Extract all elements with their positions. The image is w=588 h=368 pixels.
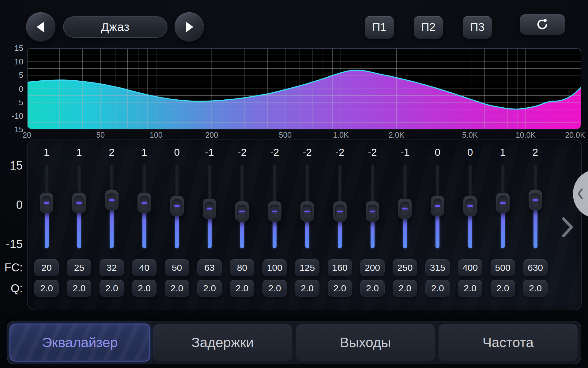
band-fc-chip[interactable]: 25 (67, 259, 91, 276)
band-gain-value: -1 (389, 146, 421, 159)
band-q-chip[interactable]: 2.0 (426, 280, 450, 297)
graph-x-tick: 20.0K (555, 131, 588, 139)
eq-band-slider-thumb[interactable] (170, 196, 184, 216)
slider-thumb-dash (44, 202, 49, 204)
eq-band-slider-thumb[interactable] (398, 199, 412, 219)
band-gain-value: 1 (487, 146, 519, 159)
slider-thumb-dash (239, 211, 245, 212)
band-q-chip[interactable]: 2.0 (328, 280, 352, 297)
eq-response-graph (27, 48, 581, 129)
eq-band-slider-thumb[interactable] (333, 201, 347, 222)
chevron-right-icon (561, 217, 575, 237)
eq-band-slider-thumb[interactable] (40, 193, 53, 213)
band-fc-chip[interactable]: 500 (491, 259, 515, 276)
graph-y-tick: 15 (0, 44, 23, 53)
band-q-chip[interactable]: 2.0 (393, 280, 417, 297)
equalizer-screen: Джаз П1П2П3 151050-5-10-15 2050100200500… (0, 0, 588, 368)
band-q-chip[interactable]: 2.0 (491, 280, 515, 297)
tab-equalizer[interactable]: Эквалайзер (10, 324, 149, 361)
band-fc-chip[interactable]: 100 (263, 259, 287, 276)
band-fc-chip[interactable]: 400 (458, 259, 482, 276)
preset-memory-button-2[interactable]: П2 (414, 16, 443, 39)
band-gain-value: 1 (63, 146, 95, 159)
eq-band-slider-thumb[interactable] (496, 193, 510, 213)
band-gain-value: 0 (421, 146, 454, 159)
band-q-chip[interactable]: 2.0 (165, 280, 189, 297)
slider-thumb-dash (435, 205, 440, 207)
band-fc-chip[interactable]: 200 (360, 259, 384, 276)
refresh-icon (536, 18, 549, 31)
graph-x-tick: 10.0K (506, 131, 545, 139)
graph-x-tick: 100 (136, 131, 176, 139)
band-fc-chip[interactable]: 63 (198, 259, 221, 276)
band-fc-chip[interactable]: 250 (393, 259, 417, 276)
band-fc-chip[interactable]: 315 (426, 259, 450, 276)
band-q-chip[interactable]: 2.0 (67, 280, 91, 297)
band-q-chip[interactable]: 2.0 (523, 280, 547, 297)
band-fc-chip[interactable]: 125 (295, 259, 319, 276)
next-preset-button[interactable] (175, 12, 204, 42)
band-fc-chip[interactable]: 32 (100, 259, 124, 276)
band-q-chip[interactable]: 2.0 (263, 280, 287, 297)
band-gain-value: -2 (356, 146, 389, 159)
band-gain-value: 0 (454, 146, 486, 159)
band-q-chip[interactable]: 2.0 (230, 280, 254, 297)
eq-band-slider-thumb[interactable] (366, 201, 379, 222)
eq-band-slider-thumb[interactable] (72, 193, 86, 213)
slider-thumb-dash (370, 211, 375, 212)
band-q-chip[interactable]: 2.0 (35, 280, 58, 297)
preset-memory-button-3[interactable]: П3 (463, 16, 492, 39)
band-gain-value: -1 (193, 146, 226, 159)
band-fc-chip[interactable]: 50 (165, 259, 189, 276)
band-fc-chip[interactable]: 80 (230, 259, 254, 276)
slider-scale-label: -15 (0, 237, 23, 251)
slider-thumb-dash (402, 208, 408, 209)
eq-band-slider-thumb[interactable] (235, 201, 249, 222)
slider-thumb-dash (533, 199, 538, 201)
preset-memory-button-1[interactable]: П1 (365, 16, 394, 39)
band-q-chip[interactable]: 2.0 (458, 280, 482, 297)
band-gain-value: -2 (226, 146, 258, 159)
band-fc-chip[interactable]: 20 (35, 259, 58, 276)
graph-x-tick: 1.0K (321, 131, 361, 139)
tab-frequency[interactable]: Частота (439, 324, 578, 361)
eq-band-slider-thumb[interactable] (300, 201, 314, 222)
eq-band-slider-thumb[interactable] (105, 190, 119, 210)
left-triangle-icon (34, 21, 47, 33)
edge-pull-flap[interactable] (569, 171, 588, 217)
slider-thumb-dash (141, 202, 147, 204)
preset-name-label: Джаз (101, 21, 130, 34)
graph-x-tick: 50 (81, 131, 120, 139)
tab-outputs[interactable]: Выходы (296, 324, 435, 361)
band-fc-chip[interactable]: 40 (132, 259, 156, 276)
slider-scale-label: 15 (0, 159, 23, 172)
next-bands-chevron-button[interactable] (561, 217, 575, 237)
eq-band-slider-thumb[interactable] (203, 199, 216, 219)
band-q-chip[interactable]: 2.0 (360, 280, 384, 297)
eq-band-slider-thumb[interactable] (268, 201, 281, 222)
band-gain-value: 0 (161, 146, 193, 159)
eq-band-slider-thumb[interactable] (529, 190, 542, 210)
reset-button[interactable] (520, 14, 565, 35)
preset-name-display[interactable]: Джаз (63, 16, 168, 38)
graph-x-tick: 20 (7, 131, 47, 139)
band-q-chip[interactable]: 2.0 (132, 280, 156, 297)
eq-band-slider-thumb[interactable] (431, 196, 444, 216)
band-q-chip[interactable]: 2.0 (100, 280, 124, 297)
graph-y-tick: 5 (0, 71, 23, 80)
band-gain-value: 2 (519, 146, 552, 159)
tab-delays[interactable]: Задержки (153, 324, 292, 361)
right-triangle-icon (183, 21, 196, 33)
eq-band-slider-thumb[interactable] (138, 193, 151, 213)
eq-band-slider-thumb[interactable] (463, 196, 477, 216)
band-gain-value: -2 (258, 146, 291, 159)
band-gain-value: 2 (96, 146, 128, 159)
band-fc-chip[interactable]: 630 (523, 259, 547, 276)
slider-thumb-dash (76, 202, 82, 204)
bottom-tab-bar: ЭквалайзерЗадержкиВыходыЧастота (7, 321, 581, 364)
slider-thumb-dash (174, 205, 180, 207)
previous-preset-button[interactable] (26, 12, 55, 42)
band-q-chip[interactable]: 2.0 (198, 280, 221, 297)
band-fc-chip[interactable]: 160 (328, 259, 352, 276)
band-q-chip[interactable]: 2.0 (295, 280, 319, 297)
